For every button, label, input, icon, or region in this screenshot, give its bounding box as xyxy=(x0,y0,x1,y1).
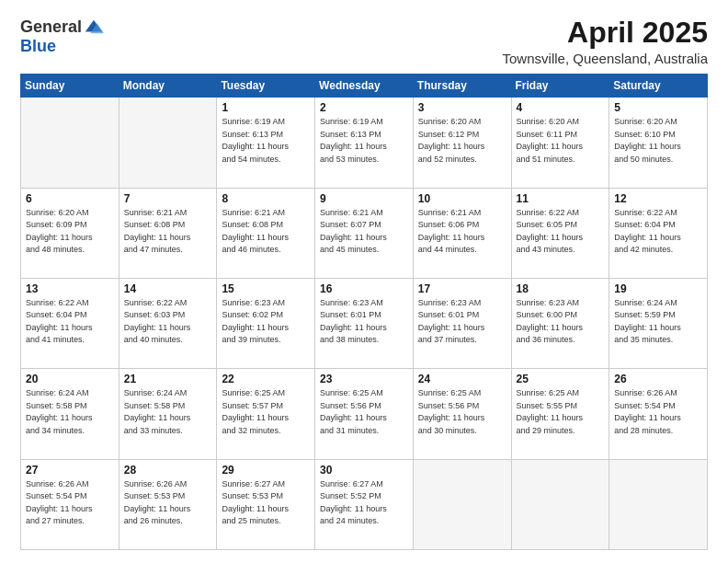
calendar-cell: 11Sunrise: 6:22 AM Sunset: 6:05 PM Dayli… xyxy=(511,188,609,278)
day-number: 9 xyxy=(320,192,408,205)
calendar-cell: 3Sunrise: 6:20 AM Sunset: 6:12 PM Daylig… xyxy=(413,98,511,188)
logo-blue-text: Blue xyxy=(20,37,56,56)
calendar-cell: 12Sunrise: 6:22 AM Sunset: 6:04 PM Dayli… xyxy=(609,188,708,278)
calendar-body: 1Sunrise: 6:19 AM Sunset: 6:13 PM Daylig… xyxy=(21,98,708,550)
calendar-cell: 4Sunrise: 6:20 AM Sunset: 6:11 PM Daylig… xyxy=(511,98,609,188)
calendar-cell: 27Sunrise: 6:26 AM Sunset: 5:54 PM Dayli… xyxy=(21,459,119,549)
day-number: 16 xyxy=(320,282,408,295)
day-info: Sunrise: 6:23 AM Sunset: 6:00 PM Dayligh… xyxy=(517,297,605,347)
calendar-table: Sunday Monday Tuesday Wednesday Thursday… xyxy=(20,74,708,550)
calendar-cell xyxy=(609,459,708,549)
day-info: Sunrise: 6:27 AM Sunset: 5:52 PM Dayligh… xyxy=(320,478,408,528)
calendar-week-1: 6Sunrise: 6:20 AM Sunset: 6:09 PM Daylig… xyxy=(21,188,708,278)
day-number: 17 xyxy=(418,282,506,295)
calendar-cell: 15Sunrise: 6:23 AM Sunset: 6:02 PM Dayli… xyxy=(217,278,315,368)
calendar-cell: 5Sunrise: 6:20 AM Sunset: 6:10 PM Daylig… xyxy=(609,98,708,188)
title-block: April 2025 Townsville, Queensland, Austr… xyxy=(503,17,708,66)
day-info: Sunrise: 6:24 AM Sunset: 5:58 PM Dayligh… xyxy=(26,387,114,437)
calendar-cell: 22Sunrise: 6:25 AM Sunset: 5:57 PM Dayli… xyxy=(217,369,315,459)
day-info: Sunrise: 6:25 AM Sunset: 5:55 PM Dayligh… xyxy=(517,387,605,437)
day-number: 20 xyxy=(26,373,114,385)
calendar-week-2: 13Sunrise: 6:22 AM Sunset: 6:04 PM Dayli… xyxy=(21,278,708,368)
day-info: Sunrise: 6:19 AM Sunset: 6:13 PM Dayligh… xyxy=(320,116,408,166)
logo: General Blue xyxy=(20,17,104,56)
calendar-header: Sunday Monday Tuesday Wednesday Thursday… xyxy=(21,75,708,98)
calendar-cell: 25Sunrise: 6:25 AM Sunset: 5:55 PM Dayli… xyxy=(511,369,609,459)
calendar-cell: 7Sunrise: 6:21 AM Sunset: 6:08 PM Daylig… xyxy=(119,188,217,278)
calendar-cell: 29Sunrise: 6:27 AM Sunset: 5:53 PM Dayli… xyxy=(217,459,315,549)
day-info: Sunrise: 6:24 AM Sunset: 5:59 PM Dayligh… xyxy=(614,297,702,347)
calendar-cell: 21Sunrise: 6:24 AM Sunset: 5:58 PM Dayli… xyxy=(119,369,217,459)
day-number: 1 xyxy=(222,101,310,114)
day-info: Sunrise: 6:22 AM Sunset: 6:03 PM Dayligh… xyxy=(124,297,212,347)
day-number: 28 xyxy=(124,464,212,477)
day-info: Sunrise: 6:23 AM Sunset: 6:01 PM Dayligh… xyxy=(320,297,408,347)
header: General Blue April 2025 Townsville, Quee… xyxy=(20,17,708,66)
location: Townsville, Queensland, Australia xyxy=(503,51,708,66)
calendar-cell: 30Sunrise: 6:27 AM Sunset: 5:52 PM Dayli… xyxy=(315,459,414,549)
day-info: Sunrise: 6:26 AM Sunset: 5:54 PM Dayligh… xyxy=(614,387,702,437)
day-number: 19 xyxy=(614,282,702,295)
day-number: 24 xyxy=(418,373,506,385)
col-wednesday: Wednesday xyxy=(315,75,414,98)
day-number: 18 xyxy=(517,282,605,295)
day-info: Sunrise: 6:21 AM Sunset: 6:06 PM Dayligh… xyxy=(418,207,506,257)
calendar-cell xyxy=(511,459,609,549)
calendar-cell: 17Sunrise: 6:23 AM Sunset: 6:01 PM Dayli… xyxy=(413,278,511,368)
day-info: Sunrise: 6:19 AM Sunset: 6:13 PM Dayligh… xyxy=(222,116,310,166)
day-number: 11 xyxy=(517,192,605,205)
col-thursday: Thursday xyxy=(413,75,511,98)
day-info: Sunrise: 6:22 AM Sunset: 6:04 PM Dayligh… xyxy=(26,297,114,347)
day-info: Sunrise: 6:20 AM Sunset: 6:11 PM Dayligh… xyxy=(517,116,605,166)
col-sunday: Sunday xyxy=(21,75,119,98)
day-number: 26 xyxy=(614,373,702,385)
day-info: Sunrise: 6:26 AM Sunset: 5:54 PM Dayligh… xyxy=(26,478,114,528)
day-info: Sunrise: 6:21 AM Sunset: 6:08 PM Dayligh… xyxy=(222,207,310,257)
calendar-cell: 28Sunrise: 6:26 AM Sunset: 5:53 PM Dayli… xyxy=(119,459,217,549)
calendar-cell: 8Sunrise: 6:21 AM Sunset: 6:08 PM Daylig… xyxy=(217,188,315,278)
calendar-cell: 6Sunrise: 6:20 AM Sunset: 6:09 PM Daylig… xyxy=(21,188,119,278)
day-info: Sunrise: 6:20 AM Sunset: 6:10 PM Dayligh… xyxy=(614,116,702,166)
day-number: 25 xyxy=(517,373,605,385)
calendar-week-3: 20Sunrise: 6:24 AM Sunset: 5:58 PM Dayli… xyxy=(21,369,708,459)
day-number: 27 xyxy=(26,464,114,477)
calendar-cell: 1Sunrise: 6:19 AM Sunset: 6:13 PM Daylig… xyxy=(217,98,315,188)
day-info: Sunrise: 6:22 AM Sunset: 6:04 PM Dayligh… xyxy=(614,207,702,257)
day-number: 6 xyxy=(26,192,114,205)
day-number: 14 xyxy=(124,282,212,295)
day-info: Sunrise: 6:20 AM Sunset: 6:12 PM Dayligh… xyxy=(418,116,506,166)
logo-icon xyxy=(84,17,104,37)
day-number: 13 xyxy=(26,282,114,295)
day-info: Sunrise: 6:25 AM Sunset: 5:56 PM Dayligh… xyxy=(418,387,506,437)
col-saturday: Saturday xyxy=(609,75,708,98)
calendar-cell: 16Sunrise: 6:23 AM Sunset: 6:01 PM Dayli… xyxy=(315,278,414,368)
calendar-cell: 14Sunrise: 6:22 AM Sunset: 6:03 PM Dayli… xyxy=(119,278,217,368)
calendar-cell: 26Sunrise: 6:26 AM Sunset: 5:54 PM Dayli… xyxy=(609,369,708,459)
col-friday: Friday xyxy=(511,75,609,98)
day-number: 15 xyxy=(222,282,310,295)
page: General Blue April 2025 Townsville, Quee… xyxy=(0,0,728,563)
logo-general-text: General xyxy=(20,17,82,37)
day-number: 7 xyxy=(124,192,212,205)
calendar-cell: 2Sunrise: 6:19 AM Sunset: 6:13 PM Daylig… xyxy=(315,98,414,188)
day-info: Sunrise: 6:27 AM Sunset: 5:53 PM Dayligh… xyxy=(222,478,310,528)
day-number: 29 xyxy=(222,464,310,477)
day-number: 5 xyxy=(614,101,702,114)
day-info: Sunrise: 6:20 AM Sunset: 6:09 PM Dayligh… xyxy=(26,207,114,257)
day-info: Sunrise: 6:24 AM Sunset: 5:58 PM Dayligh… xyxy=(124,387,212,437)
day-number: 23 xyxy=(320,373,408,385)
day-info: Sunrise: 6:23 AM Sunset: 6:02 PM Dayligh… xyxy=(222,297,310,347)
day-number: 3 xyxy=(418,101,506,114)
calendar-week-4: 27Sunrise: 6:26 AM Sunset: 5:54 PM Dayli… xyxy=(21,459,708,549)
day-number: 30 xyxy=(320,464,408,477)
calendar-week-0: 1Sunrise: 6:19 AM Sunset: 6:13 PM Daylig… xyxy=(21,98,708,188)
day-number: 8 xyxy=(222,192,310,205)
day-info: Sunrise: 6:23 AM Sunset: 6:01 PM Dayligh… xyxy=(418,297,506,347)
col-monday: Monday xyxy=(119,75,217,98)
day-info: Sunrise: 6:26 AM Sunset: 5:53 PM Dayligh… xyxy=(124,478,212,528)
day-info: Sunrise: 6:21 AM Sunset: 6:08 PM Dayligh… xyxy=(124,207,212,257)
day-number: 4 xyxy=(517,101,605,114)
month-title: April 2025 xyxy=(503,17,708,49)
calendar-cell: 24Sunrise: 6:25 AM Sunset: 5:56 PM Dayli… xyxy=(413,369,511,459)
day-number: 21 xyxy=(124,373,212,385)
